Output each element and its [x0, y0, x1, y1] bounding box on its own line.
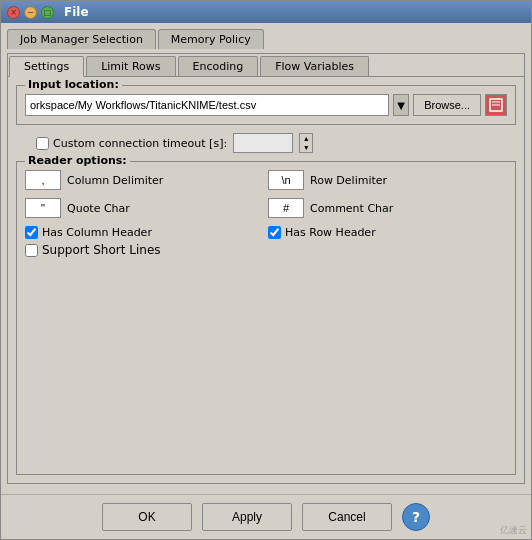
close-button[interactable]: ×	[7, 6, 20, 19]
spinner-down-button[interactable]: ▼	[300, 143, 312, 152]
path-dropdown-button[interactable]: ▼	[393, 94, 409, 116]
has-col-header-checkbox[interactable]	[25, 226, 38, 239]
has-row-header-checkbox[interactable]	[268, 226, 281, 239]
quote-char-row: Quote Char	[25, 198, 264, 218]
col-delimiter-row: Column Delimiter	[25, 170, 264, 190]
timeout-row: Custom connection timeout [s]: ▲ ▼	[16, 133, 516, 153]
ok-button[interactable]: OK	[102, 503, 192, 531]
reader-options-group: Reader options: Column Delimiter Row Del…	[16, 161, 516, 475]
window-title: File	[64, 5, 89, 19]
row-delimiter-label: Row Delimiter	[310, 174, 387, 187]
tab-job-manager-selection[interactable]: Job Manager Selection	[7, 29, 156, 49]
quote-char-input[interactable]	[25, 198, 61, 218]
col-delimiter-label: Column Delimiter	[67, 174, 163, 187]
tab-limit-rows[interactable]: Limit Rows	[86, 56, 175, 76]
input-location-group: Input location: ▼ Browse...	[16, 85, 516, 125]
cancel-button[interactable]: Cancel	[302, 503, 392, 531]
comment-char-input[interactable]	[268, 198, 304, 218]
input-location-label: Input location:	[25, 78, 122, 91]
help-button[interactable]: ?	[402, 503, 430, 531]
browse-button[interactable]: Browse...	[413, 94, 481, 116]
bottom-bar: OK Apply Cancel ? 亿速云	[1, 494, 531, 539]
maximize-button[interactable]: □	[41, 6, 54, 19]
has-row-header-label: Has Row Header	[285, 226, 376, 239]
comment-char-label: Comment Char	[310, 202, 393, 215]
timeout-input[interactable]	[233, 133, 293, 153]
has-col-header-label: Has Column Header	[42, 226, 152, 239]
apply-button[interactable]: Apply	[202, 503, 292, 531]
window-content: Job Manager Selection Memory Policy Sett…	[1, 23, 531, 490]
support-short-lines-checkbox[interactable]	[25, 244, 38, 257]
col-delimiter-input[interactable]	[25, 170, 61, 190]
spinner-up-button[interactable]: ▲	[300, 134, 312, 143]
support-short-lines-label: Support Short Lines	[42, 243, 161, 257]
sub-tab-bar: Settings Limit Rows Encoding Flow Variab…	[8, 54, 524, 77]
has-row-header-row: Has Row Header	[268, 226, 507, 239]
timeout-spinner: ▲ ▼	[299, 133, 313, 153]
reader-options-grid: Column Delimiter Row Delimiter Quote Cha…	[25, 170, 507, 239]
top-tab-bar: Job Manager Selection Memory Policy	[7, 29, 525, 49]
path-input[interactable]	[25, 94, 389, 116]
title-bar: × − □ File	[1, 1, 531, 23]
sub-tabs-container: Settings Limit Rows Encoding Flow Variab…	[7, 53, 525, 484]
path-input-row: ▼ Browse...	[25, 94, 507, 116]
settings-tab-content: Input location: ▼ Browse...	[8, 77, 524, 483]
row-delimiter-input[interactable]	[268, 170, 304, 190]
watermark: 亿速云	[500, 524, 527, 537]
support-short-lines-row: Support Short Lines	[25, 243, 507, 257]
has-col-header-row: Has Column Header	[25, 226, 264, 239]
main-window: × − □ File Job Manager Selection Memory …	[0, 0, 532, 540]
window-controls: × − □	[7, 6, 54, 19]
tab-encoding[interactable]: Encoding	[178, 56, 259, 76]
timeout-label: Custom connection timeout [s]:	[53, 137, 227, 150]
tab-flow-variables[interactable]: Flow Variables	[260, 56, 369, 76]
tab-memory-policy[interactable]: Memory Policy	[158, 29, 264, 49]
file-icon-button[interactable]	[485, 94, 507, 116]
row-delimiter-row: Row Delimiter	[268, 170, 507, 190]
comment-char-row: Comment Char	[268, 198, 507, 218]
tab-settings[interactable]: Settings	[9, 56, 84, 77]
timeout-checkbox-label[interactable]: Custom connection timeout [s]:	[36, 137, 227, 150]
reader-options-label: Reader options:	[25, 154, 130, 167]
minimize-button[interactable]: −	[24, 6, 37, 19]
timeout-checkbox[interactable]	[36, 137, 49, 150]
quote-char-label: Quote Char	[67, 202, 130, 215]
